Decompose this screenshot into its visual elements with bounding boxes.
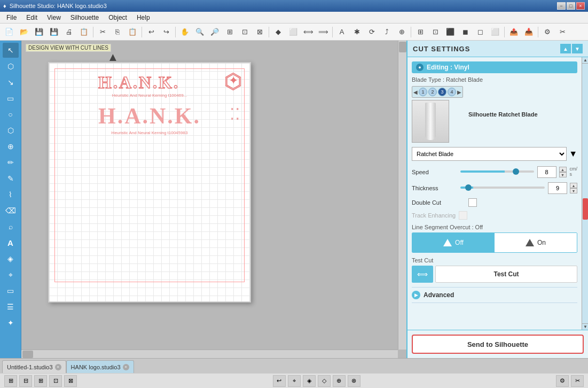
carousel-prev[interactable]: ◀	[413, 89, 418, 95]
status-btn-10[interactable]: ⊕	[333, 375, 346, 387]
tab-untitled[interactable]: Untitled-1.studio3 ×	[2, 360, 66, 373]
status-btn-4[interactable]: ⊡	[49, 375, 62, 387]
toolbar-export[interactable]: 📤	[507, 26, 521, 38]
status-btn-11[interactable]: ⊗	[348, 375, 360, 387]
blade-select[interactable]: Ratchet Blade	[412, 147, 567, 161]
status-btn-3[interactable]: ⊞	[34, 375, 47, 387]
tool-magnify[interactable]: ⌖	[3, 267, 19, 282]
test-cut-btn[interactable]: Test Cut	[435, 266, 577, 283]
panel-arrows[interactable]: ▲ ▼	[560, 44, 583, 53]
send-to-silhouette-btn[interactable]: Send to Silhouette	[412, 335, 584, 354]
blade-num-2[interactable]: 2	[428, 88, 437, 96]
status-btn-6[interactable]: ↩	[273, 375, 286, 387]
speed-down[interactable]: ▼	[559, 172, 567, 177]
toolbar-import[interactable]: 📥	[522, 26, 536, 38]
toolbar-print2[interactable]: 📋	[77, 26, 91, 38]
design-canvas[interactable]: H.A.N.K. ⬡ ✦ Heuristic And Neural Kernin…	[48, 62, 251, 302]
tool-text[interactable]: A	[3, 235, 19, 250]
maximize-btn[interactable]: □	[567, 2, 575, 10]
scroll-down-arrow[interactable]: ▼	[582, 323, 588, 330]
tool-flower[interactable]: ✦	[3, 315, 19, 330]
toolbar-zoom-in[interactable]: 🔍	[193, 26, 207, 38]
thickness-down[interactable]: ▼	[570, 188, 577, 193]
menu-help[interactable]: Help	[132, 13, 154, 22]
status-btn-2[interactable]: ⊟	[19, 375, 32, 387]
toolbar-t2[interactable]: ✱	[350, 26, 364, 38]
speed-spinners[interactable]: ▲ ▼	[559, 167, 567, 177]
toolbar-group[interactable]: ⬜	[286, 26, 300, 38]
toolbar-zoom-fit[interactable]: ⊞	[223, 26, 237, 38]
toolbar-paste[interactable]: 📋	[126, 26, 139, 38]
toolbar-zoom-out[interactable]: 🔎	[208, 26, 222, 38]
thickness-slider-container[interactable]	[460, 183, 545, 193]
blade-num-3[interactable]: 3	[438, 88, 446, 96]
scroll-thumb[interactable]	[583, 198, 588, 220]
toolbar-copy[interactable]: ⎘	[111, 26, 124, 38]
toolbar-t8[interactable]: ⬛	[443, 26, 457, 38]
double-cut-checkbox[interactable]	[468, 198, 477, 207]
thickness-spinners[interactable]: ▲ ▼	[570, 183, 577, 193]
status-btn-9[interactable]: ◇	[318, 375, 331, 387]
tool-pencil[interactable]: ✎	[3, 171, 19, 186]
toolbar-settings[interactable]: ⚙	[540, 26, 554, 38]
scroll-up-arrow[interactable]: ▲	[582, 57, 588, 64]
tool-3drotate[interactable]: ⊕	[3, 139, 19, 154]
toolbar-open[interactable]: 📂	[17, 26, 31, 38]
toolbar-undo[interactable]: ↩	[144, 26, 158, 38]
status-btn-1[interactable]: ⊞	[4, 375, 17, 387]
status-btn-8[interactable]: ◈	[303, 375, 316, 387]
tab-hank[interactable]: HANK logo.studio3 ×	[66, 360, 134, 373]
menu-file[interactable]: File	[2, 13, 21, 22]
toolbar-t5[interactable]: ⊕	[395, 26, 409, 38]
tool-brush[interactable]: ⌇	[3, 187, 19, 202]
toolbar-cut2[interactable]: ✂	[555, 26, 569, 38]
toolbar-node[interactable]: ◆	[271, 26, 285, 38]
tool-node[interactable]: ⬡	[3, 59, 19, 74]
canvas-area[interactable]: DESIGN VIEW WITH CUT LINES ▲ H.A.N.K. ⬡ …	[21, 41, 406, 358]
toolbar-save[interactable]: 💾	[32, 26, 46, 38]
speed-slider-container[interactable]	[460, 167, 534, 177]
horizontal-scrollbar[interactable]	[21, 350, 398, 358]
blade-num-1[interactable]: 1	[419, 88, 427, 96]
tool-media[interactable]: ▭	[3, 283, 19, 298]
menu-view[interactable]: View	[43, 13, 65, 22]
toolbar-t6[interactable]: ⊞	[413, 26, 427, 38]
status-cut[interactable]: ✂	[571, 375, 584, 387]
advanced-row[interactable]: ▶ Advanced	[412, 287, 577, 303]
toolbar-zoom-full[interactable]: ⊠	[253, 26, 266, 38]
status-btn-5[interactable]: ⊠	[64, 375, 77, 387]
thickness-slider[interactable]	[460, 187, 545, 189]
status-settings[interactable]: ⚙	[556, 375, 569, 387]
tool-ellipse[interactable]: ○	[3, 107, 19, 122]
toolbar-print[interactable]: 🖨	[62, 26, 76, 38]
h-scroll-thumb[interactable]	[22, 351, 33, 358]
test-cut-move-btn[interactable]: ⟺	[412, 266, 433, 283]
overcut-off-btn[interactable]: Off	[412, 233, 495, 252]
panel-up-btn[interactable]: ▲	[560, 44, 571, 53]
tool-select[interactable]: ↖	[3, 43, 19, 58]
carousel-next[interactable]: ▶	[457, 89, 461, 95]
toolbar-t10[interactable]: ◻	[473, 26, 487, 38]
minimize-btn[interactable]: −	[557, 2, 566, 10]
tool-pen[interactable]: ✏	[3, 155, 19, 170]
toolbar-zoom-sel[interactable]: ⊡	[238, 26, 252, 38]
panel-down-btn[interactable]: ▼	[572, 44, 583, 53]
v-scroll-thumb[interactable]	[399, 42, 406, 52]
toolbar-t3[interactable]: ⟳	[365, 26, 379, 38]
tool-rectangle[interactable]: ▭	[3, 91, 19, 106]
tool-direct[interactable]: ↘	[3, 75, 19, 90]
overcut-on-btn[interactable]: On	[495, 233, 577, 252]
toolbar-align[interactable]: ⟺	[301, 26, 315, 38]
tab-hank-close[interactable]: ×	[123, 364, 129, 370]
toolbar-text[interactable]: A	[335, 26, 349, 38]
vertical-scrollbar[interactable]	[398, 41, 406, 350]
tool-polygon[interactable]: ⬡	[3, 123, 19, 138]
toolbar-t7[interactable]: ⊡	[428, 26, 442, 38]
toolbar-t9[interactable]: ◼	[458, 26, 472, 38]
close-btn[interactable]: ×	[576, 2, 585, 10]
menu-silhouette[interactable]: Silhouette	[66, 13, 103, 22]
window-controls[interactable]: − □ ×	[557, 2, 585, 10]
menu-edit[interactable]: Edit	[22, 13, 42, 22]
toolbar-new[interactable]: 📄	[2, 26, 16, 38]
speed-up[interactable]: ▲	[559, 167, 567, 172]
